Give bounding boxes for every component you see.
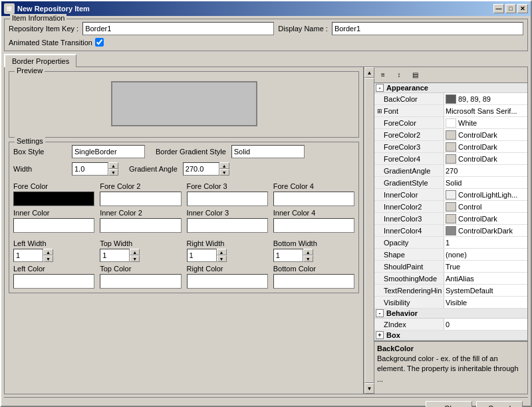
- prop-innercolor-row[interactable]: InnerColor ControlLightLigh...: [374, 189, 527, 201]
- prop-forecolor2-value: ControlDark: [444, 129, 527, 140]
- animated-checkbox[interactable]: [95, 38, 104, 47]
- width-spinner-btns: ▲ ▼: [108, 162, 118, 176]
- gradient-angle-up-btn[interactable]: ▲: [219, 162, 229, 169]
- bottom-color-cell: Bottom Color: [273, 265, 354, 289]
- prop-innercolor3-row[interactable]: InnerColor3 ControlDark: [374, 213, 527, 225]
- prop-innercolor2-name: InnerColor2: [374, 201, 444, 212]
- width-input[interactable]: [72, 162, 108, 176]
- gradient-style-select[interactable]: Solid Horizontal Vertical: [231, 145, 305, 158]
- behavior-section-header[interactable]: - Behavior: [374, 309, 527, 319]
- prop-forecolor3-row[interactable]: ForeColor3 ControlDark: [374, 141, 527, 153]
- top-width-down[interactable]: ▼: [130, 255, 140, 262]
- box-style-select[interactable]: SingleBorder DoubleBorder RoundedBorder: [72, 145, 145, 158]
- forecolor2-swatch: [446, 130, 456, 140]
- fore-color2-swatch[interactable]: [100, 192, 181, 206]
- prop-innercolor-name: InnerColor: [374, 189, 444, 200]
- prop-opacity-name: Opacity: [374, 237, 444, 248]
- gradient-angle-input[interactable]: [183, 162, 219, 176]
- left-scroll-down[interactable]: ▼: [364, 383, 374, 394]
- inner-color2-swatch[interactable]: [100, 218, 181, 233]
- width-down-btn[interactable]: ▼: [108, 169, 118, 176]
- right-width-cell: Right Width ▲ ▼: [187, 239, 268, 262]
- fore-color3-swatch[interactable]: [187, 192, 268, 206]
- main-window: ⊞ New Repository Item — □ ✕ Item Informa…: [0, 0, 532, 407]
- top-width-up[interactable]: ▲: [130, 249, 140, 255]
- box-section-header[interactable]: + Box: [374, 331, 527, 340]
- left-width-input[interactable]: [13, 249, 43, 262]
- box-collapse-icon[interactable]: +: [376, 331, 384, 339]
- cancel-button[interactable]: Cancel: [476, 401, 523, 408]
- prop-innercolor2-row[interactable]: InnerColor2 Control: [374, 201, 527, 213]
- top-width-input[interactable]: [100, 249, 130, 262]
- title-bar-controls: — □ ✕: [493, 4, 528, 13]
- innercolor3-swatch: [446, 214, 456, 223]
- prop-categorized-btn[interactable]: ≡: [376, 69, 390, 81]
- prop-forecolor4-value: ControlDark: [444, 153, 527, 164]
- prop-shape-row[interactable]: Shape (none): [374, 249, 527, 261]
- prop-smoothingmode-row[interactable]: SmoothingMode AntiAlias: [374, 273, 527, 285]
- prop-font-row[interactable]: ⊞Font Microsoft Sans Serif...: [374, 105, 527, 117]
- prop-gradientstyle-row[interactable]: GradientStyle Solid: [374, 177, 527, 189]
- inner-color-swatch[interactable]: [13, 218, 94, 233]
- prop-opacity-row[interactable]: Opacity 1: [374, 237, 527, 249]
- left-width-down[interactable]: ▼: [43, 255, 53, 262]
- prop-shape-value: (none): [444, 249, 527, 260]
- prop-shouldpaint-row[interactable]: ShouldPaint True: [374, 261, 527, 273]
- left-color-label: Left Color: [13, 265, 94, 273]
- ok-button[interactable]: Ok: [426, 401, 472, 408]
- tab-border-properties[interactable]: Border Properties: [4, 54, 76, 67]
- prop-forecolor4-row[interactable]: ForeColor4 ControlDark: [374, 153, 527, 165]
- prop-visibility-value: Visible: [444, 297, 527, 308]
- gradient-style-wrapper: Solid Horizontal Vertical: [231, 145, 305, 158]
- left-scrollbar[interactable]: ▲ ▼: [364, 67, 374, 394]
- display-name-input[interactable]: [332, 22, 523, 35]
- left-width-up[interactable]: ▲: [43, 249, 53, 255]
- close-button[interactable]: ✕: [517, 4, 528, 13]
- right-width-down[interactable]: ▼: [217, 255, 227, 262]
- gradient-angle-down-btn[interactable]: ▼: [219, 169, 229, 176]
- left-scroll-thumb[interactable]: [364, 78, 374, 383]
- prop-visibility-row[interactable]: Visibility Visible: [374, 297, 527, 309]
- right-width-input[interactable]: [187, 249, 217, 262]
- prop-zindex-row[interactable]: ZIndex 0: [374, 319, 527, 331]
- repo-key-input[interactable]: [82, 22, 274, 35]
- prop-gradientangle-value: 270: [444, 165, 527, 176]
- top-color-cell: Top Color: [100, 265, 181, 289]
- bottom-width-up[interactable]: ▲: [303, 249, 313, 255]
- inner-color4-swatch[interactable]: [273, 218, 354, 233]
- prop-innercolor4-row[interactable]: InnerColor4 ControlDarkDark: [374, 225, 527, 237]
- bottom-width-down[interactable]: ▼: [303, 255, 313, 262]
- prop-innercolor-value: ControlLightLigh...: [444, 189, 527, 200]
- prop-alpha-btn[interactable]: ↕: [392, 69, 406, 81]
- right-width-up[interactable]: ▲: [217, 249, 227, 255]
- prop-desc: BackColor Background color - ex. of the …: [374, 340, 527, 394]
- top-width-label: Top Width: [100, 239, 181, 247]
- left-scroll-up[interactable]: ▲: [364, 67, 374, 78]
- left-width-spinner: ▲ ▼: [13, 249, 94, 262]
- fore-color-swatch[interactable]: [13, 192, 94, 206]
- minimize-button[interactable]: —: [493, 4, 504, 13]
- inner-color3-swatch[interactable]: [187, 218, 268, 233]
- prop-forecolor2-row[interactable]: ForeColor2 ControlDark: [374, 129, 527, 141]
- prop-backcolor-row[interactable]: BackColor 89, 89, 89: [374, 93, 527, 105]
- behavior-collapse-icon[interactable]: -: [376, 309, 384, 317]
- prop-forecolor2-name: ForeColor2: [374, 129, 444, 140]
- width-up-btn[interactable]: ▲: [108, 162, 118, 169]
- fore-color4-swatch[interactable]: [273, 192, 354, 206]
- appearance-section-header[interactable]: - Appearance: [374, 83, 527, 93]
- top-color-swatch[interactable]: [100, 274, 181, 289]
- bottom-color-swatch[interactable]: [273, 274, 354, 289]
- bottom-width-input[interactable]: [273, 249, 303, 262]
- prop-forecolor-row[interactable]: ForeColor White: [374, 117, 527, 129]
- left-width-label: Left Width: [13, 239, 94, 247]
- appearance-collapse-icon[interactable]: -: [376, 84, 384, 92]
- box-label: Box: [386, 331, 400, 339]
- prop-textrenderinghin-row[interactable]: TextRenderingHin SystemDefault: [374, 285, 527, 297]
- footer: Ok Cancel: [4, 397, 528, 407]
- prop-visibility-name: Visibility: [374, 297, 444, 308]
- left-color-swatch[interactable]: [13, 274, 94, 289]
- prop-pages-btn[interactable]: ▤: [408, 69, 422, 81]
- right-color-swatch[interactable]: [187, 274, 268, 289]
- maximize-button[interactable]: □: [505, 4, 516, 13]
- prop-gradientangle-row[interactable]: GradientAngle 270: [374, 165, 527, 177]
